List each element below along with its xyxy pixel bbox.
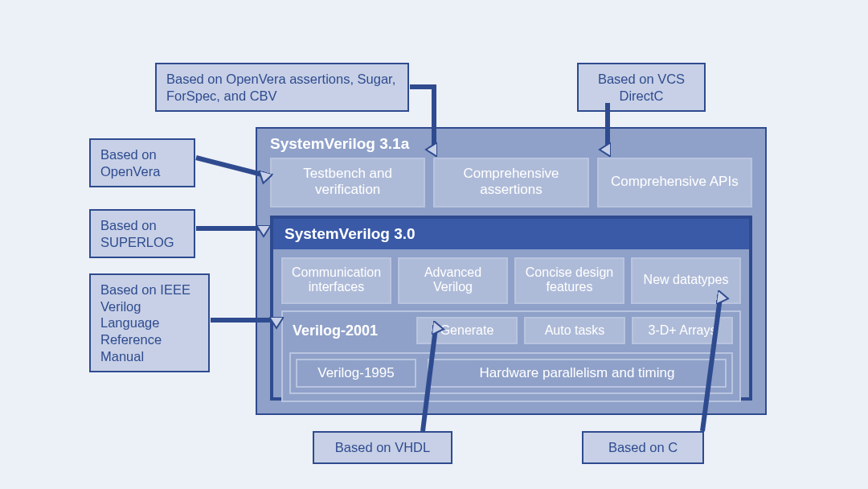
callout-c: Based on C — [582, 431, 704, 464]
cell-apis: Comprehensive APIs — [597, 158, 752, 208]
sv30-cells-row: Communication interfaces Advanced Verilo… — [273, 249, 749, 310]
cell-generate: Generate — [416, 317, 518, 344]
cell-datatypes: New datatypes — [631, 257, 741, 304]
v1995-desc: Hardware parallelism and timing — [428, 359, 727, 388]
systemverilog-30-container: SystemVerilog 3.0 Communication interfac… — [270, 216, 752, 401]
callout-openvera: Based on OpenVera — [89, 138, 195, 187]
sv30-title: SystemVerilog 3.0 — [273, 219, 749, 249]
sv31a-title: SystemVerilog 3.1a — [270, 135, 409, 153]
callout-vcs-directc: Based on VCS DirectC — [577, 63, 706, 112]
v2001-title: Verilog-2001 — [289, 317, 410, 344]
cell-assertions: Comprehensive assertions — [433, 158, 588, 208]
cell-adv-verilog: Advanced Verilog — [398, 257, 508, 304]
systemverilog-31a-container: SystemVerilog 3.1a Testbench and verific… — [256, 127, 767, 415]
callout-superlog: Based on SUPERLOG — [89, 209, 195, 258]
cell-design-features: Concise design features — [514, 257, 624, 304]
cell-testbench: Testbench and verification — [270, 158, 425, 208]
verilog-2001-container: Verilog-2001 Generate Auto tasks 3-D+ Ar… — [281, 310, 741, 402]
cell-3d-arrays: 3-D+ Arrays — [632, 317, 733, 344]
callout-vhdl: Based on VHDL — [313, 431, 452, 464]
v2001-row: Verilog-2001 Generate Auto tasks 3-D+ Ar… — [289, 317, 733, 344]
callout-openvera-assertions: Based on OpenVera assertions, Sugar, For… — [155, 63, 409, 112]
callout-ieee-verilog: Based on IEEE Verilog Language Reference… — [89, 273, 210, 372]
verilog-1995-container: Verilog-1995 Hardware parallelism and ti… — [289, 352, 733, 394]
cell-comm-interfaces: Communication interfaces — [281, 257, 391, 304]
sv31a-cells-row: Testbench and verification Comprehensive… — [270, 158, 752, 208]
v1995-title: Verilog-1995 — [296, 359, 416, 388]
cell-auto-tasks: Auto tasks — [524, 317, 625, 344]
